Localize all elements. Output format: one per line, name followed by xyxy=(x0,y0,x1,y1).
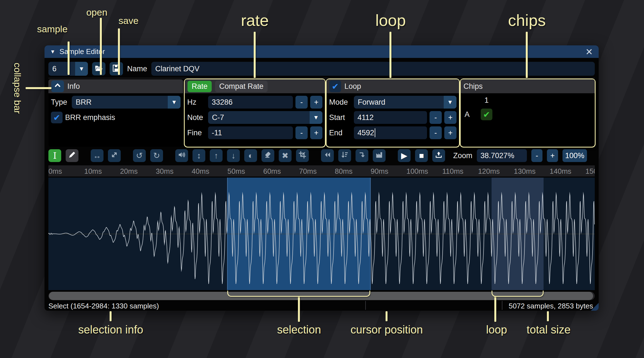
status-bar: Select (1654-2984: 1330 samples) 5072 sa… xyxy=(48,302,595,310)
info-body: Type BRR ▼ ✔ BRR emphasis xyxy=(48,93,183,147)
ruler-label: 40ms xyxy=(192,167,209,176)
brr-emphasis-checkbox[interactable]: ✔ xyxy=(51,112,63,123)
loop-body: Mode Forward ▼ Start 4112 - + xyxy=(327,93,459,147)
loop-start-minus-button[interactable]: - xyxy=(430,111,442,124)
fade-in-button[interactable]: ↑ xyxy=(210,149,223,162)
save-sample-button[interactable] xyxy=(110,62,123,75)
zoom-in-button[interactable]: + xyxy=(547,149,558,162)
loop-mode-value: Forward xyxy=(354,96,444,109)
silence-button[interactable] xyxy=(261,149,274,162)
loop-start-plus-button[interactable]: + xyxy=(444,111,457,124)
zoom-reset-button[interactable]: 100% xyxy=(562,149,587,162)
undo-button[interactable]: ↺ xyxy=(133,149,146,162)
annotation-line-loop-bottom xyxy=(494,296,496,322)
total-size-text: 5072 samples, 2853 bytes xyxy=(509,302,593,310)
loop-start-input[interactable]: 4112 xyxy=(354,111,427,124)
tab-compat-rate[interactable]: Compat Rate xyxy=(215,81,268,92)
loop-end-plus-button[interactable]: + xyxy=(444,126,457,139)
status-divider xyxy=(365,301,366,310)
select-tool-button[interactable]: I xyxy=(48,149,61,162)
name-label: Name xyxy=(127,65,147,73)
waveform-display[interactable] xyxy=(48,178,595,290)
amplify-button[interactable] xyxy=(175,149,188,162)
chip-enable-checkbox[interactable]: ✔ xyxy=(481,109,492,120)
dropdown-arrow-icon: ▼ xyxy=(75,62,88,76)
chips-row: A ✔ xyxy=(465,108,591,121)
eraser-icon xyxy=(264,151,272,161)
hz-value: 33286 xyxy=(212,98,233,107)
zoom-label: Zoom xyxy=(453,151,472,160)
ruler-label: 100ms xyxy=(406,167,428,176)
window-collapse-icon[interactable]: ▼ xyxy=(50,49,55,55)
resample-button[interactable] xyxy=(108,149,121,162)
note-label: Note xyxy=(187,113,206,122)
hz-minus-button[interactable]: - xyxy=(295,96,308,109)
invert-button[interactable]: ◐ xyxy=(244,149,257,162)
text-cursor xyxy=(375,128,375,137)
annotation-line-total-size xyxy=(547,311,549,321)
titlebar: ▼ Sample Editor × xyxy=(45,45,599,58)
chips-panel: Chips 1 A ✔ xyxy=(461,79,595,147)
controls-row: 6 ▼ Name Clarinet DQV xyxy=(48,62,595,76)
ruler-label: 130ms xyxy=(514,167,536,176)
note-dropdown[interactable]: C-7 ▼ xyxy=(208,111,322,124)
ruler-label: 80ms xyxy=(335,167,353,176)
fine-plus-button[interactable]: + xyxy=(310,126,322,139)
speaker-icon xyxy=(178,151,186,161)
hz-plus-button[interactable]: + xyxy=(310,96,322,109)
turn-down-icon xyxy=(358,151,366,161)
ruler-label: 10ms xyxy=(84,167,102,176)
zoom-out-button[interactable]: - xyxy=(531,149,542,162)
ruler-label: 120ms xyxy=(478,167,500,176)
chips-header: Chips xyxy=(461,79,595,93)
annotation-line-loop xyxy=(389,32,391,78)
ruler-label: 140ms xyxy=(550,167,571,176)
close-icon[interactable]: × xyxy=(586,48,593,56)
downsample-button[interactable] xyxy=(338,149,351,162)
half-circle-icon: ◐ xyxy=(248,151,253,160)
export-button[interactable] xyxy=(432,149,445,162)
divider xyxy=(48,78,595,78)
info-header: Info xyxy=(48,79,183,93)
open-sample-button[interactable] xyxy=(92,62,105,75)
annotation-selection: selection xyxy=(277,323,321,336)
annotation-line-chips xyxy=(526,32,528,78)
reverse-button[interactable] xyxy=(321,149,334,162)
tab-rate[interactable]: Rate xyxy=(187,81,212,92)
hz-label: Hz xyxy=(187,98,206,107)
resize-button[interactable]: ↔ xyxy=(91,149,103,162)
zoom-input[interactable]: 38.7027% xyxy=(477,149,527,162)
fine-input[interactable]: -11 xyxy=(208,126,293,139)
loop-end-minus-button[interactable]: - xyxy=(430,126,442,139)
type-dropdown-value: BRR xyxy=(72,96,168,109)
resize-grip[interactable] xyxy=(591,303,599,311)
fade-out-button[interactable]: ↓ xyxy=(227,149,240,162)
normalize-button[interactable]: ↕ xyxy=(193,149,205,162)
name-input[interactable]: Clarinet DQV xyxy=(151,62,595,76)
annotation-save: save xyxy=(119,15,139,26)
fine-minus-button[interactable]: - xyxy=(295,126,308,139)
loop-checkbox[interactable]: ✔ xyxy=(329,80,341,92)
arrow-up-icon: ↑ xyxy=(214,151,218,160)
hz-input[interactable]: 33286 xyxy=(208,96,293,109)
delete-button[interactable]: ✖ xyxy=(279,149,292,162)
annotation-chips: chips xyxy=(508,11,546,30)
type-dropdown[interactable]: BRR ▼ xyxy=(72,96,181,109)
mode-label: Mode xyxy=(329,98,351,107)
play-button[interactable]: ▶ xyxy=(398,149,411,162)
create-instrument-button[interactable] xyxy=(373,149,386,162)
ruler-label: 150ms xyxy=(586,167,595,176)
fine-label: Fine xyxy=(187,129,206,137)
loop-end-input[interactable]: 4592 xyxy=(354,126,427,139)
loop-mode-dropdown[interactable]: Forward ▼ xyxy=(354,96,457,109)
insert-button[interactable] xyxy=(356,149,368,162)
stop-button[interactable]: ■ xyxy=(415,149,428,162)
trim-button[interactable] xyxy=(296,149,309,162)
arrows-horizontal-icon: ↔ xyxy=(93,151,101,160)
draw-tool-button[interactable] xyxy=(66,149,78,162)
check-icon: ✔ xyxy=(332,82,339,91)
selection-info-text: Select (1654-2984: 1330 samples) xyxy=(48,302,159,310)
collapse-bar-button[interactable] xyxy=(51,80,64,92)
chips-header-label: Chips xyxy=(463,82,483,91)
redo-button[interactable]: ↻ xyxy=(150,149,163,162)
